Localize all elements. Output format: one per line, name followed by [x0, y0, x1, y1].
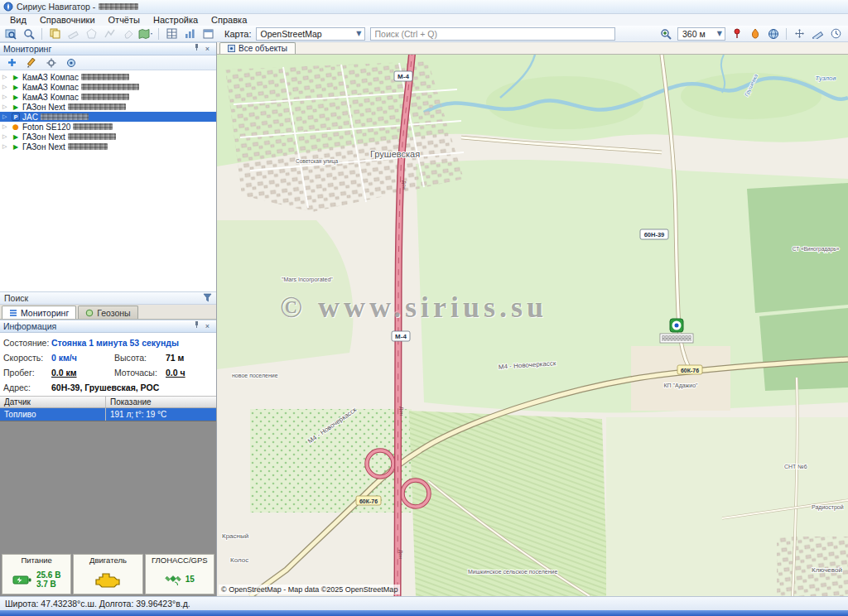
monitoring-panel-title: Мониторинг — [3, 44, 191, 54]
vehicle-status-icon — [12, 113, 20, 121]
tab-geozones[interactable]: Геозоны — [78, 306, 137, 319]
filter-funnel-icon[interactable] — [203, 293, 212, 304]
redacted-title-text — [99, 3, 138, 10]
events-icon[interactable] — [747, 26, 764, 41]
sensor-row-fuel[interactable]: Топливо 191 л; t°: 19 °C — [0, 408, 216, 421]
calendar-icon[interactable] — [200, 26, 216, 41]
copy-map-icon[interactable] — [46, 26, 63, 41]
info-body: Состояние: Стоянка 1 минута 53 секунды С… — [0, 333, 216, 396]
vehicle-status-icon — [12, 103, 20, 111]
value-col-header[interactable]: Показание — [106, 397, 216, 407]
eraser-tool-icon[interactable] — [119, 26, 136, 41]
tab-monitoring-label: Мониторинг — [21, 308, 69, 318]
vehicle-row[interactable]: ▷КамАЗ Компас — [0, 72, 216, 82]
dock-empty-area — [0, 421, 216, 553]
menu-bar: Вид Справочники Отчёты Настройка Справка — [0, 14, 848, 26]
dock-tabs: Мониторинг Геозоны — [0, 305, 216, 320]
expander-icon[interactable]: ▷ — [2, 113, 9, 120]
map-copyright: © OpenStreetMap - Map data ©2025 OpenStr… — [219, 585, 400, 594]
map-scale-select[interactable]: 360 м▼ — [677, 27, 725, 41]
vehicle-status-icon — [12, 123, 20, 131]
menu-directories[interactable]: Справочники — [33, 15, 102, 25]
gauge-strip: Питание 25.6 В 3.7 В Двигатель ГЛОНАСС/G… — [0, 553, 216, 596]
tab-monitoring[interactable]: Мониторинг — [2, 306, 76, 319]
vehicle-row[interactable]: ▷ГАЗон Next — [0, 132, 216, 142]
bottom-edge-strip — [0, 610, 848, 616]
sensor-col-header[interactable]: Датчик — [0, 397, 106, 407]
chevron-down-icon: ▼ — [717, 30, 722, 37]
power-gauge-title: Питание — [21, 556, 52, 565]
mileage-label: Пробег: — [3, 368, 51, 378]
map-provider-value: OpenStreetMap — [261, 29, 322, 39]
openstreetmap-basemap: М-4 М-4 60Н-39 60К-76 60К-76 Грушевская … — [217, 55, 848, 596]
map-provider-select[interactable]: OpenStreetMap▼ — [256, 27, 365, 41]
global-search-input[interactable] — [370, 27, 615, 41]
road-name-don: Дон — [398, 550, 403, 559]
gps-follow-icon[interactable] — [63, 55, 80, 70]
ruler-tool-icon[interactable] — [65, 26, 81, 41]
clock-icon[interactable] — [827, 26, 844, 41]
left-dock: Мониторинг × ▷КамАЗ Компас ▷КамАЗ Компас… — [0, 42, 217, 596]
redacted-text — [81, 74, 129, 80]
expander-icon[interactable]: ▷ — [2, 133, 9, 140]
timeline-icon[interactable] — [181, 26, 198, 41]
map-canvas[interactable]: М-4 М-4 60Н-39 60К-76 60К-76 Грушевская … — [217, 55, 848, 596]
vehicle-row-selected[interactable]: ▷JAC — [0, 112, 216, 122]
expander-icon[interactable]: ▷ — [2, 103, 9, 110]
close-panel-icon[interactable]: × — [202, 321, 213, 332]
grid-icon[interactable] — [163, 26, 180, 41]
expander-icon[interactable]: ▷ — [2, 143, 9, 150]
pan-icon[interactable] — [791, 26, 807, 41]
poi-label-snt6: СНТ №6 — [784, 464, 807, 469]
map-select-label: Карта: — [224, 29, 252, 39]
menu-reports[interactable]: Отчёты — [102, 15, 147, 25]
road-badge-60k76: 60К-76 — [681, 368, 699, 373]
measure-icon[interactable] — [809, 26, 826, 41]
expander-icon[interactable]: ▷ — [2, 123, 9, 130]
address-label: Адрес: — [3, 383, 51, 392]
pin-panel-icon[interactable] — [191, 43, 202, 55]
pin-panel-icon[interactable] — [191, 320, 202, 332]
vehicle-row[interactable]: ▷ГАЗон Next — [0, 102, 216, 112]
zoom-select-icon[interactable] — [21, 26, 37, 41]
edit-object-icon[interactable] — [23, 55, 40, 70]
map-tab-all-objects[interactable]: Все объекты — [219, 42, 296, 54]
zoom-extent-icon[interactable] — [658, 26, 674, 41]
settings-gear-icon[interactable] — [43, 55, 60, 70]
poi-label-mars: "Mars Incorporated" — [282, 277, 333, 283]
redacted-text — [81, 94, 129, 100]
redacted-text — [68, 143, 108, 150]
main-toolbar: Карта: OpenStreetMap▼ 360 м▼ — [0, 26, 848, 42]
globe-icon[interactable] — [765, 26, 782, 41]
menu-settings[interactable]: Настройка — [147, 15, 205, 25]
map-search-icon[interactable] — [2, 26, 19, 41]
map-tab-strip: Все объекты — [217, 42, 848, 55]
vehicle-row[interactable]: ▷КамАЗ Компас — [0, 92, 216, 102]
battery-voltage-value: 3.7 В — [36, 580, 60, 589]
objects-icon — [228, 45, 235, 52]
road-badge-60k76: 60К-76 — [359, 498, 378, 504]
vehicle-name: ГАЗон Next — [22, 103, 65, 112]
mileage-value[interactable]: 0.0 км — [51, 368, 114, 378]
engine-icon — [94, 570, 122, 589]
expander-icon[interactable]: ▷ — [2, 84, 9, 90]
poi-label-radiostroy: Радиострой — [812, 504, 844, 511]
polygon-tool-icon[interactable] — [83, 26, 99, 41]
m4-shield: М-4 — [398, 73, 409, 80]
menu-help[interactable]: Справка — [205, 15, 253, 25]
close-panel-icon[interactable]: × — [202, 44, 213, 55]
gnss-gauge-title: ГЛОНАСС/GPS — [152, 556, 208, 565]
engine-hours-value[interactable]: 0.0 ч — [166, 368, 186, 378]
expander-icon[interactable]: ▷ — [2, 94, 9, 100]
expander-icon[interactable]: ▷ — [2, 74, 9, 80]
vehicle-row[interactable]: ▷КамАЗ Компас — [0, 82, 216, 92]
coordinates-readout: Широта: 47.43238°с.ш. Долгота: 39.96423°… — [5, 599, 190, 609]
pin-icon[interactable] — [729, 26, 745, 41]
tree-filter-bar[interactable]: Поиск — [0, 291, 216, 305]
vehicle-row[interactable]: ▷ГАЗон Next — [0, 142, 216, 152]
vehicle-row[interactable]: ▷Foton SE120 — [0, 122, 216, 132]
add-object-icon[interactable] — [3, 55, 20, 70]
map-layers-icon[interactable] — [137, 26, 154, 41]
route-tool-icon[interactable] — [101, 26, 118, 41]
menu-view[interactable]: Вид — [3, 15, 33, 25]
